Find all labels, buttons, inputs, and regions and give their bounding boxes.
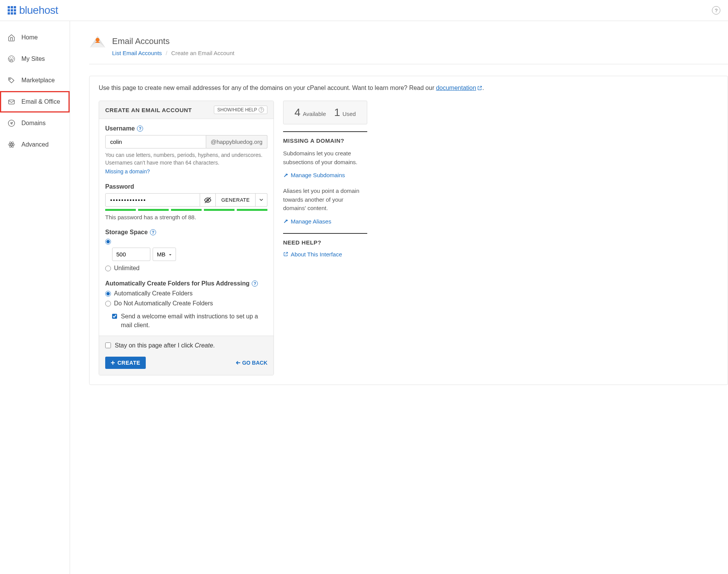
stat-used: 1 Used — [334, 106, 356, 119]
password-strength-text: This password has a strength of 88. — [105, 214, 267, 220]
divider — [89, 64, 728, 64]
storage-value-input[interactable] — [112, 248, 150, 261]
breadcrumb-link[interactable]: List Email Accounts — [112, 50, 162, 56]
storage-label: Storage Space ? — [105, 229, 267, 236]
intro-before: Use this page to create new email addres… — [99, 85, 436, 91]
card-header: CREATE AN EMAIL ACCOUNT SHOW/HIDE HELP ? — [99, 101, 274, 119]
folders-label: Automatically Create Folders for Plus Ad… — [105, 280, 267, 287]
right-column: 4 Available 1 Used MISSING A DOMAIN? Sub… — [283, 101, 367, 266]
welcome-email-label: Send a welcome email with instructions t… — [121, 312, 267, 329]
storage-custom-radio[interactable] — [105, 239, 111, 245]
question-icon[interactable]: ? — [137, 126, 143, 132]
folders-no-label: Do Not Automatically Create Folders — [114, 300, 213, 307]
card-footer: Stay on this page after I click Create. … — [99, 336, 274, 375]
documentation-link[interactable]: documentation — [436, 85, 476, 91]
logo[interactable]: bluehost — [8, 4, 58, 16]
sidebar: Home My Sites Marketplace Email & Office… — [0, 21, 70, 574]
sidebar-item-label: Domains — [21, 120, 46, 127]
go-back-button[interactable]: GO BACK — [236, 360, 267, 366]
manage-subdomains-link[interactable]: Manage Subdomains — [283, 172, 367, 178]
sidebar-item-label: Advanced — [21, 141, 49, 148]
stay-on-page-label: Stay on this page after I click Create. — [115, 342, 215, 349]
external-link-icon — [283, 251, 288, 257]
page-header: Email Accounts — [89, 34, 728, 48]
stats-box: 4 Available 1 Used — [283, 101, 367, 124]
app-grid-icon — [8, 6, 16, 15]
sidebar-item-home[interactable]: Home — [0, 27, 70, 48]
svg-rect-2 — [9, 100, 15, 104]
panel: Use this page to create new email addres… — [89, 76, 728, 385]
chevron-down-icon — [259, 198, 263, 202]
create-button[interactable]: CREATE — [105, 357, 146, 369]
password-label: Password — [105, 183, 267, 190]
svg-point-1 — [10, 78, 11, 80]
page-title: Email Accounts — [112, 36, 169, 46]
question-icon[interactable]: ? — [150, 229, 156, 235]
sidebar-item-mysites[interactable]: My Sites — [0, 48, 70, 70]
storage-unit-select[interactable]: MB — [153, 248, 176, 261]
folders-auto-label: Automatically Create Folders — [114, 290, 192, 297]
sidebar-item-domains[interactable]: Domains — [0, 113, 70, 134]
home-icon — [8, 34, 15, 41]
atom-icon — [8, 141, 15, 148]
show-hide-help-button[interactable]: SHOW/HIDE HELP ? — [214, 106, 267, 114]
eye-off-icon — [204, 196, 212, 204]
toggle-password-visibility-button[interactable] — [200, 193, 216, 207]
section-divider — [283, 233, 367, 234]
question-icon[interactable]: ? — [252, 280, 258, 287]
storage-unlimited-label: Unlimited — [114, 265, 140, 272]
aliases-text: Aliases let you point a domain towards a… — [283, 187, 367, 213]
plus-icon — [111, 360, 115, 365]
svg-point-5 — [8, 144, 15, 146]
main-content: Email Accounts List Email Accounts / Cre… — [70, 21, 728, 574]
svg-point-8 — [96, 38, 99, 42]
create-email-card: CREATE AN EMAIL ACCOUNT SHOW/HIDE HELP ?… — [99, 101, 274, 375]
external-link-icon — [477, 85, 482, 91]
username-hint: You can use letters, numbers, periods, h… — [105, 152, 267, 166]
manage-aliases-link[interactable]: Manage Aliases — [283, 218, 367, 225]
password-input[interactable] — [105, 193, 200, 207]
compass-icon — [8, 119, 15, 127]
sidebar-item-marketplace[interactable]: Marketplace — [0, 70, 70, 91]
username-input[interactable] — [105, 135, 206, 148]
sidebar-item-label: Home — [21, 34, 38, 41]
chevron-down-icon — [169, 253, 172, 256]
intro-text: Use this page to create new email addres… — [90, 85, 728, 101]
need-help-heading: NEED HELP? — [283, 239, 367, 246]
sidebar-item-email-office[interactable]: Email & Office — [0, 91, 70, 113]
password-strength-bar — [105, 209, 267, 211]
stay-on-page-checkbox[interactable] — [105, 342, 111, 348]
intro-after: . — [482, 85, 484, 91]
about-interface-link[interactable]: About This Interface — [283, 251, 367, 258]
section-divider — [283, 131, 367, 132]
sidebar-item-advanced[interactable]: Advanced — [0, 134, 70, 155]
missing-domain-link[interactable]: Missing a domain? — [105, 168, 150, 174]
brand-name: bluehost — [19, 4, 58, 16]
generate-dropdown-button[interactable] — [256, 193, 267, 207]
arrow-left-icon — [236, 360, 241, 365]
wrench-icon — [283, 173, 288, 178]
mail-icon — [8, 98, 15, 106]
wordpress-icon — [8, 55, 15, 63]
top-header: bluehost ? — [0, 0, 728, 21]
tag-icon — [8, 77, 15, 84]
generate-password-button[interactable]: GENERATE — [216, 193, 256, 207]
sidebar-item-label: My Sites — [21, 55, 45, 62]
stat-available: 4 Available — [295, 106, 326, 119]
sidebar-item-label: Email & Office — [21, 98, 60, 105]
subdomains-text: Subdomains let you create subsections of… — [283, 149, 367, 166]
storage-unlimited-radio[interactable] — [105, 266, 111, 271]
welcome-email-checkbox[interactable] — [112, 313, 117, 319]
svg-point-3 — [8, 120, 15, 127]
missing-domain-heading: MISSING A DOMAIN? — [283, 137, 367, 144]
username-label: Username ? — [105, 125, 267, 132]
card-title: CREATE AN EMAIL ACCOUNT — [105, 107, 192, 113]
email-accounts-icon — [89, 34, 106, 48]
folders-auto-radio[interactable] — [105, 291, 111, 297]
folders-no-radio[interactable] — [105, 301, 111, 307]
svg-point-4 — [11, 144, 12, 145]
help-icon[interactable]: ? — [712, 6, 720, 15]
breadcrumb-separator: / — [166, 50, 167, 56]
question-icon: ? — [259, 107, 264, 113]
wrench-icon — [283, 219, 288, 224]
